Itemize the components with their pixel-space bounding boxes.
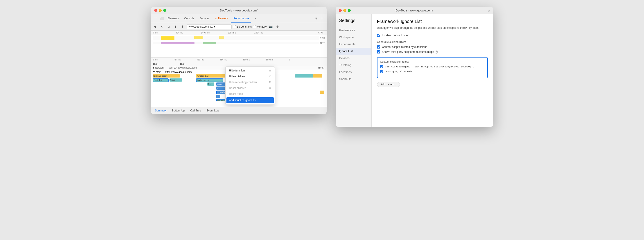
nav-workspace[interactable]: Workspace [336,34,372,41]
reset-trace-label: Reset trace [229,92,243,96]
hide-children-shortcut: C [269,75,271,78]
device-icon[interactable]: ⬜ [159,16,164,21]
timeline-ruler: 4 ms 994 ms 1494 ms 1994 ms 2494 ms CPU [151,31,326,35]
hide-function-shortcut: H [269,69,271,72]
bottom-tabs: Summary Bottom-Up Call Tree Event Log [151,107,326,114]
tab-sources[interactable]: Sources [198,14,212,23]
ruler-mark-1: 994 ms [176,31,183,34]
right-settings-window: DevTools - www.google.com/ Settings Pref… [336,7,493,127]
flamechart-area: 9 ms 324 ms 329 ms 334 ms 339 ms 359 ms … [151,58,326,107]
content-scripts-label: Content scripts injected by extensions [382,45,427,49]
record-toolbar: ⏺ ↻ ⊘ ⬆ ⬇ www.google.com #1 ▾ Screenshot… [151,23,326,31]
ruler-mark-2: 1494 ms [201,31,210,34]
main-section-label: ▼ Main — https://www.google.com/ [153,71,192,73]
custom-rule-2: www\.google\.com\b [380,70,485,73]
third-party-scripts-checkbox[interactable] [377,50,380,53]
right-block[interactable] [295,74,313,78]
right-titlebar: DevTools - www.google.com/ [336,7,493,14]
upload-icon[interactable]: ⬆ [173,24,178,29]
context-hide-function[interactable]: Hide function H [226,68,274,74]
nav-throttling[interactable]: Throttling [336,62,372,69]
custom-rule-1-text: /ee=ALeJib:B8gLwd;AfeaP:TkrAjf;Afksuc:wM… [385,65,476,68]
ruler-mark-4: 2494 ms [254,31,263,34]
hide-function-label: Hide function [229,69,245,72]
screenshots-checkbox-label[interactable]: Screenshots [233,25,252,28]
net-label: NET [320,42,325,44]
tab-bottom-up[interactable]: Bottom-Up [170,107,187,114]
cpu-label: CPU [320,37,324,40]
memory-label: Memory [257,25,266,28]
more-icon[interactable]: ⋮ [320,16,325,21]
minimize-button-right[interactable] [343,9,346,12]
context-hide-children[interactable]: Hide children C [226,74,274,79]
reload-icon[interactable]: ↻ [160,24,165,29]
nav-locations[interactable]: Locations [336,69,372,76]
record-icon[interactable]: ⏺ [153,24,158,29]
custom-exclusion-box: Custom exclusion rules: /ee=ALeJib:B8gLw… [377,57,488,78]
context-hide-repeating: Hide repeating children R [226,79,274,85]
url-chevron[interactable]: ▾ [214,25,215,28]
content-scripts-checkbox[interactable] [377,45,380,49]
download-icon[interactable]: ⬇ [180,24,185,29]
settings-body: Settings Preferences Workspace Experimen… [336,14,493,127]
third-party-scripts-rule: Known third-party scripts from source ma… [377,50,488,53]
task-header-1: Task [153,62,180,65]
nav-experiments[interactable]: Experiments [336,41,372,48]
tab-event-log[interactable]: Event Log [204,107,221,114]
help-icon[interactable]: ? [435,51,438,53]
tab-console[interactable]: Console [182,14,196,23]
clear-icon[interactable]: ⊘ [166,24,172,29]
reset-children-shortcut: U [269,87,271,89]
nav-shortcuts[interactable]: Shortcuts [336,76,372,83]
add-ignore-label: Add script to ignore list [229,99,256,102]
general-exclusion-section: General exclusion rules: Content scripts… [377,40,488,53]
custom-rules-label: Custom exclusion rules: [380,60,485,63]
nav-devices[interactable]: Devices [336,55,372,62]
close-button-left[interactable] [154,9,157,12]
rus-block[interactable]: Ru...s [170,78,182,82]
tab-network[interactable]: ⚠ Network [213,14,230,23]
tab-performance[interactable]: Performance [231,14,251,23]
maximize-button-right[interactable] [348,9,351,12]
o-block[interactable]: O... [207,83,214,86]
right-yellow-2 [320,91,324,94]
third-party-scripts-label: Known third-party scripts from source ma… [382,50,438,53]
context-add-to-ignore[interactable]: Add script to ignore list [226,97,274,103]
settings2-icon[interactable]: ⚙ [275,24,280,29]
traffic-lights-right [339,9,351,12]
tab-summary[interactable]: Summary [153,107,169,114]
section-title: Framework Ignore List [377,19,488,24]
inspect-icon[interactable]: ⠿ [153,16,158,21]
minimize-button-left[interactable] [159,9,162,12]
screenshots-label: Screenshots [237,25,252,28]
settings-sidebar: Settings Preferences Workspace Experimen… [336,14,372,127]
close-button-right[interactable] [339,9,342,12]
memory-checkbox-label[interactable]: Memory [253,25,266,28]
url-text: www.google.com #1 [189,25,213,28]
memory-checkbox[interactable] [253,25,256,28]
tab-more[interactable]: » [252,14,258,23]
add-pattern-button[interactable]: Add pattern... [377,82,400,87]
tab-call-tree[interactable]: Call Tree [188,107,203,114]
custom-rule-2-checkbox[interactable] [380,70,383,73]
context-reset-children: Reset children U [226,85,274,91]
settings-icon[interactable]: ⚙ [313,16,318,21]
nav-ignore-list[interactable]: Ignore List [336,48,372,55]
evaluate-script-block[interactable]: Evaluate Script [153,74,180,78]
left-titlebar: DevTools - www.google.com/ [151,7,326,14]
maximize-button-left[interactable] [163,9,166,12]
enable-ignore-listing-row: Enable Ignore Listing [377,33,488,37]
tab-elements[interactable]: Elements [166,14,181,23]
flame-table-header: Task Task [151,62,326,66]
capture-icon[interactable]: 📷 [268,24,274,29]
a-block[interactable]: A [216,95,220,98]
on-ilist-block[interactable]: On i...list [153,78,168,82]
screenshots-checkbox[interactable] [233,25,236,28]
custom-rule-1-checkbox[interactable] [380,65,383,68]
on-ignore-list-block-1[interactable]: On ignore list [196,78,223,82]
enable-ignore-checkbox[interactable] [377,34,380,37]
task-header-2: Task [180,62,325,65]
nav-preferences[interactable]: Preferences [336,27,372,34]
left-devtools-window: DevTools - www.google.com/ ⠿ ⬜ Elements … [151,7,326,114]
traffic-lights-left [154,9,166,12]
